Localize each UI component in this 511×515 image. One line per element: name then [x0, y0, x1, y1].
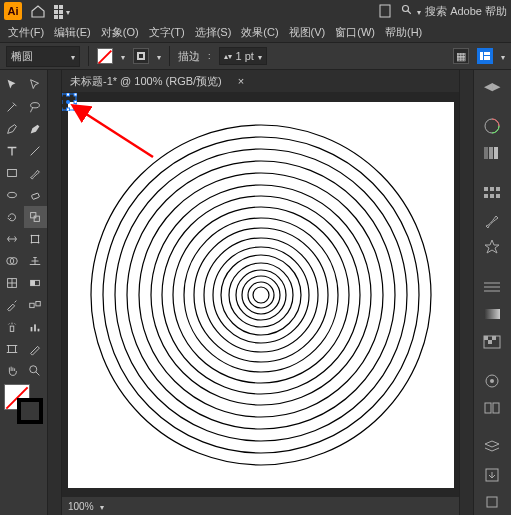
- menu-type[interactable]: 文字(T): [145, 23, 189, 42]
- svg-rect-49: [74, 93, 77, 96]
- rotate-tool[interactable]: [0, 206, 24, 228]
- menu-file[interactable]: 文件(F): [4, 23, 48, 42]
- blend-tool[interactable]: [24, 294, 48, 316]
- slice-tool[interactable]: [24, 338, 48, 360]
- svg-point-42: [229, 263, 293, 327]
- direct-selection-tool[interactable]: [24, 74, 48, 96]
- lasso-tool[interactable]: [24, 96, 48, 118]
- fill-stroke-swatch[interactable]: [0, 382, 47, 426]
- mesh-tool[interactable]: [0, 272, 24, 294]
- graphic-styles-panel-icon[interactable]: [474, 396, 510, 421]
- svg-point-1: [403, 6, 409, 12]
- color-panel-icon[interactable]: [474, 113, 510, 138]
- svg-rect-0: [380, 5, 390, 17]
- menu-bar: 文件(F) 编辑(E) 对象(O) 文字(T) 选择(S) 效果(C) 视图(V…: [0, 22, 511, 42]
- search-dropdown-icon[interactable]: [417, 5, 421, 17]
- stroke-weight-value: 1 pt: [236, 50, 254, 62]
- eraser-tool[interactable]: [24, 184, 48, 206]
- svg-rect-62: [484, 187, 488, 191]
- rectangle-tool[interactable]: [0, 162, 24, 184]
- stroke-dropdown-icon[interactable]: [157, 50, 161, 62]
- color-guide-panel-icon[interactable]: [474, 141, 510, 166]
- scale-tool[interactable]: [24, 206, 48, 228]
- svg-rect-9: [31, 213, 36, 218]
- artboards-panel-icon[interactable]: [474, 490, 510, 515]
- zoom-dropdown-icon[interactable]: [100, 501, 104, 512]
- menu-edit[interactable]: 编辑(E): [50, 23, 95, 42]
- align-options-icon[interactable]: ▦: [453, 48, 469, 64]
- right-dock-strip[interactable]: [459, 70, 473, 515]
- artboard[interactable]: [68, 102, 454, 488]
- hand-tool[interactable]: [0, 360, 24, 382]
- svg-rect-8: [32, 193, 40, 200]
- artboard-tool[interactable]: [0, 338, 24, 360]
- artwork-concentric-circles[interactable]: [68, 102, 454, 488]
- svg-point-28: [30, 366, 37, 373]
- symbols-panel-icon[interactable]: [474, 235, 510, 260]
- width-tool[interactable]: [0, 228, 24, 250]
- svg-rect-21: [30, 303, 34, 307]
- svg-rect-68: [484, 309, 500, 319]
- svg-rect-27: [8, 346, 15, 353]
- workspace-dropdown-icon[interactable]: [501, 50, 505, 62]
- magic-wand-tool[interactable]: [0, 96, 24, 118]
- menu-view[interactable]: 视图(V): [285, 23, 330, 42]
- svg-point-14: [31, 242, 33, 244]
- app-logo: Ai: [4, 2, 22, 20]
- menu-window[interactable]: 窗口(W): [331, 23, 379, 42]
- canvas-viewport[interactable]: [62, 92, 459, 497]
- menu-object[interactable]: 对象(O): [97, 23, 143, 42]
- shape-builder-tool[interactable]: [0, 250, 24, 272]
- shape-dropdown[interactable]: 椭圆: [6, 46, 80, 67]
- svg-point-41: [221, 255, 301, 335]
- fill-swatch[interactable]: [97, 48, 113, 64]
- selection-tool[interactable]: [0, 74, 24, 96]
- column-graph-tool[interactable]: [24, 316, 48, 338]
- asset-export-panel-icon[interactable]: [474, 462, 510, 487]
- shaper-tool[interactable]: [0, 184, 24, 206]
- arrange-docs-icon[interactable]: [54, 3, 70, 19]
- layers-panel-icon[interactable]: [474, 435, 510, 460]
- gradient-tool[interactable]: [24, 272, 48, 294]
- svg-rect-23: [10, 326, 14, 331]
- menu-help[interactable]: 帮助(H): [381, 23, 426, 42]
- svg-point-43: [236, 270, 286, 320]
- status-bar: 100%: [62, 497, 459, 515]
- symbol-sprayer-tool[interactable]: [0, 316, 24, 338]
- left-dock-strip[interactable]: [48, 70, 62, 515]
- transparency-panel-icon[interactable]: [474, 329, 510, 354]
- brushes-panel-icon[interactable]: [474, 207, 510, 232]
- paintbrush-tool[interactable]: [24, 162, 48, 184]
- doc-setup-icon[interactable]: [377, 3, 393, 19]
- home-icon[interactable]: [30, 3, 46, 19]
- free-transform-tool[interactable]: [24, 228, 48, 250]
- search-icon[interactable]: [401, 4, 413, 18]
- swatches-panel-icon[interactable]: [474, 180, 510, 205]
- stroke-weight-field[interactable]: ▴▾ 1 pt: [219, 47, 267, 65]
- document-tab-title[interactable]: 未标题-1* @ 100% (RGB/预览): [70, 74, 222, 89]
- perspective-grid-tool[interactable]: [24, 250, 48, 272]
- essentials-workspace-icon[interactable]: [477, 48, 493, 64]
- zoom-tool[interactable]: [24, 360, 48, 382]
- tab-close-icon[interactable]: ×: [238, 75, 244, 87]
- appearance-panel-icon[interactable]: [474, 368, 510, 393]
- svg-rect-6: [7, 170, 16, 177]
- curvature-tool[interactable]: [24, 118, 48, 140]
- zoom-level[interactable]: 100%: [68, 501, 94, 512]
- type-tool[interactable]: [0, 140, 24, 162]
- menu-select[interactable]: 选择(S): [191, 23, 236, 42]
- pen-tool[interactable]: [0, 118, 24, 140]
- eyedropper-tool[interactable]: [0, 294, 24, 316]
- line-tool[interactable]: [24, 140, 48, 162]
- stroke-panel-icon[interactable]: [474, 274, 510, 299]
- gradient-panel-icon[interactable]: [474, 301, 510, 326]
- svg-rect-52: [66, 93, 69, 96]
- stroke-style-icon[interactable]: [133, 48, 149, 64]
- menu-effect[interactable]: 效果(C): [237, 23, 282, 42]
- fill-dropdown-icon[interactable]: [121, 50, 125, 62]
- panel-expand-icon[interactable]: ◀▶: [474, 74, 510, 99]
- svg-rect-25: [34, 324, 36, 331]
- svg-rect-11: [32, 236, 39, 243]
- stroke-color-swatch[interactable]: [17, 398, 43, 424]
- svg-point-37: [184, 218, 338, 372]
